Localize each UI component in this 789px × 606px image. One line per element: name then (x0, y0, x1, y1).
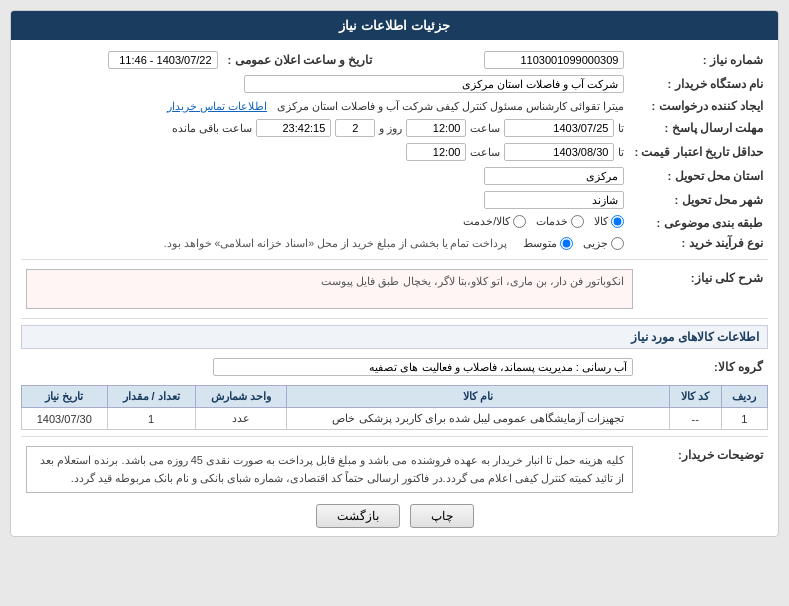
farayand-row: جزیی متوسط پرداخت تمام یا بخشی از مبلغ خ… (26, 237, 624, 250)
farayand-content: جزیی متوسط پرداخت تمام یا بخشی از مبلغ خ… (21, 233, 629, 253)
tabaghe-kala-option[interactable]: کالا (594, 215, 624, 228)
hadaksar-date-input[interactable] (504, 143, 614, 161)
divider-1 (21, 259, 768, 260)
page-container: جزئیات اطلاعات نیاز شماره نیاز : تاریخ و… (0, 0, 789, 606)
cell-kod: -- (669, 408, 721, 430)
farayand-label: نوع فرآیند خرید : (629, 233, 768, 253)
etela-link[interactable]: اطلاعات تماس خریدار (167, 100, 267, 112)
hadaksar-saat-label: ساعت (470, 146, 500, 159)
row-ostan: استان محل تحویل : (21, 164, 768, 188)
group-table: گروه کالا: (21, 355, 768, 379)
card-body: شماره نیاز : تاریخ و ساعت اعلان عمومی : … (11, 40, 778, 536)
card-header: جزئیات اطلاعات نیاز (11, 11, 778, 40)
hadaksar-value: تا ساعت (21, 140, 629, 164)
farayand-note: پرداخت تمام یا بخشی از مبلغ خرید از محل … (164, 237, 508, 249)
col-tarikh: تاریخ نیاز (22, 386, 108, 408)
main-card: جزئیات اطلاعات نیاز شماره نیاز : تاریخ و… (10, 10, 779, 537)
hadaksar-label: حداقل تاریخ اعتبار قیمت : (629, 140, 768, 164)
row-shahr: شهر محل تحویل : (21, 188, 768, 212)
ijad-value: میترا تقوائی کارشناس مسئول کنترل کیفی شر… (21, 96, 629, 116)
col-kod: کد کالا (669, 386, 721, 408)
shahr-input[interactable] (484, 191, 624, 209)
tabaghe-kala-khadamat-label: کالا/خدمت (463, 215, 510, 228)
tarikh-label: تاریخ و ساعت اعلان عمومی : (223, 48, 378, 72)
info-table: شماره نیاز : تاریخ و ساعت اعلان عمومی : … (21, 48, 768, 253)
baghi-label: ساعت باقی مانده (172, 122, 252, 135)
goods-tbody: 1 -- تجهیزات آزمایشگاهی عمومی لیبل شده ب… (22, 408, 768, 430)
cell-name: تجهیزات آزمایشگاهی عمومی لیبل شده برای ک… (287, 408, 669, 430)
row-sharh: شرح کلی نیاز: انکوباتور فن دار، بن ماری،… (21, 266, 768, 312)
moblet-time-input[interactable] (406, 119, 466, 137)
moblet-ta: تا (618, 122, 624, 135)
ijad-label: ایجاد کننده درخواست : (629, 96, 768, 116)
farayand-motavasset-label: متوسط (523, 237, 557, 250)
cell-tarikh: 1403/07/30 (22, 408, 108, 430)
tabaghe-khadamat-radio[interactable] (571, 215, 584, 228)
namdastgah-label: نام دستگاه خریدار : (629, 72, 768, 96)
shomare-label: شماره نیاز : (629, 48, 768, 72)
moblet-value: تا ساعت روز و ساعت باقی مانده (21, 116, 629, 140)
ostan-label: استان محل تحویل : (629, 164, 768, 188)
farayand-motavasset-radio[interactable] (560, 237, 573, 250)
row-tabaghe: طبقه بندی موضوعی : کالا خدمات (21, 212, 768, 233)
bazgasht-button[interactable]: بازگشت (316, 504, 400, 528)
ijad-text: میترا تقوائی کارشناس مسئول کنترل کیفی شر… (277, 100, 625, 112)
etelaat-section-title: اطلاعات کالاهای مورد نیاز (21, 325, 768, 349)
moblet-roz-input[interactable] (335, 119, 375, 137)
goods-header-row: ردیف کد کالا نام کالا واحد شمارش تعداد /… (22, 386, 768, 408)
tavazihat-text: کلیه هزینه حمل تا انبار خریدار به عهده ف… (40, 454, 624, 484)
farayand-motavasset-option[interactable]: متوسط (523, 237, 573, 250)
tabaghe-radios: کالا خدمات کالا/خدمت (21, 212, 629, 233)
row-moblat: مهلت ارسال پاسخ : تا ساعت روز و ساعت باق… (21, 116, 768, 140)
cell-vahed: عدد (195, 408, 287, 430)
tabaghe-khadamat-option[interactable]: خدمات (536, 215, 584, 228)
sharh-box: انکوباتور فن دار، بن ماری، اتو کلاو،بتا … (26, 269, 633, 309)
farayand-jozii-radio[interactable] (611, 237, 624, 250)
hadaksar-time-input[interactable] (406, 143, 466, 161)
row-ijadkonande: ایجاد کننده درخواست : میترا تقوائی کارشن… (21, 96, 768, 116)
col-radif: ردیف (721, 386, 767, 408)
moblet-label: مهلت ارسال پاسخ : (629, 116, 768, 140)
saat-label: ساعت (470, 122, 500, 135)
tavazihat-box: کلیه هزینه حمل تا انبار خریدار به عهده ف… (26, 446, 633, 493)
chap-button[interactable]: چاپ (410, 504, 474, 528)
row-tavazihat: توضیحات خریدار: کلیه هزینه حمل تا انبار … (21, 443, 768, 496)
tabaghe-label: طبقه بندی موضوعی : (629, 212, 768, 233)
tarikh-saat-input[interactable] (108, 51, 218, 69)
tavazihat-value: کلیه هزینه حمل تا انبار خریدار به عهده ف… (21, 443, 638, 496)
namdastgah-value (21, 72, 629, 96)
row-group: گروه کالا: (21, 355, 768, 379)
sharh-table: شرح کلی نیاز: انکوباتور فن دار، بن ماری،… (21, 266, 768, 312)
tavazihat-table: توضیحات خریدار: کلیه هزینه حمل تا انبار … (21, 443, 768, 496)
tabaghe-kala-label: کالا (594, 215, 608, 228)
shomare-input[interactable] (484, 51, 624, 69)
moblet-date-input[interactable] (504, 119, 614, 137)
group-label: گروه کالا: (638, 355, 768, 379)
farayand-radio-group: جزیی متوسط (523, 237, 624, 250)
tavazihat-label: توضیحات خریدار: (638, 443, 768, 496)
shahr-value (21, 188, 629, 212)
group-value (21, 355, 638, 379)
row-shomare: شماره نیاز : تاریخ و ساعت اعلان عمومی : (21, 48, 768, 72)
hadaksar-group: تا ساعت (406, 143, 624, 161)
countdown-input[interactable] (256, 119, 331, 137)
farayand-jozii-option[interactable]: جزیی (583, 237, 624, 250)
tabaghe-kala-khadamat-option[interactable]: کالا/خدمت (463, 215, 526, 228)
col-vahed: واحد شمارش (195, 386, 287, 408)
col-tedad: تعداد / مقدار (107, 386, 195, 408)
tabaghe-kala-khadamat-radio[interactable] (513, 215, 526, 228)
group-input[interactable] (213, 358, 633, 376)
tabaghe-kala-radio[interactable] (611, 215, 624, 228)
row-namdastgah: نام دستگاه خریدار : (21, 72, 768, 96)
hadaksar-ta: تا (618, 146, 624, 159)
row-hadaksar: حداقل تاریخ اعتبار قیمت : تا ساعت (21, 140, 768, 164)
farayand-jozii-label: جزیی (583, 237, 608, 250)
shomare-value (377, 48, 629, 72)
sharh-value: انکوباتور فن دار، بن ماری، اتو کلاو،بتا … (21, 266, 638, 312)
row-farayand: نوع فرآیند خرید : جزیی متوسط (21, 233, 768, 253)
ostan-input[interactable] (484, 167, 624, 185)
ostan-value (21, 164, 629, 188)
shahr-label: شهر محل تحویل : (629, 188, 768, 212)
tabaghe-radio-group: کالا خدمات کالا/خدمت (463, 215, 624, 228)
namdastgah-input[interactable] (244, 75, 624, 93)
